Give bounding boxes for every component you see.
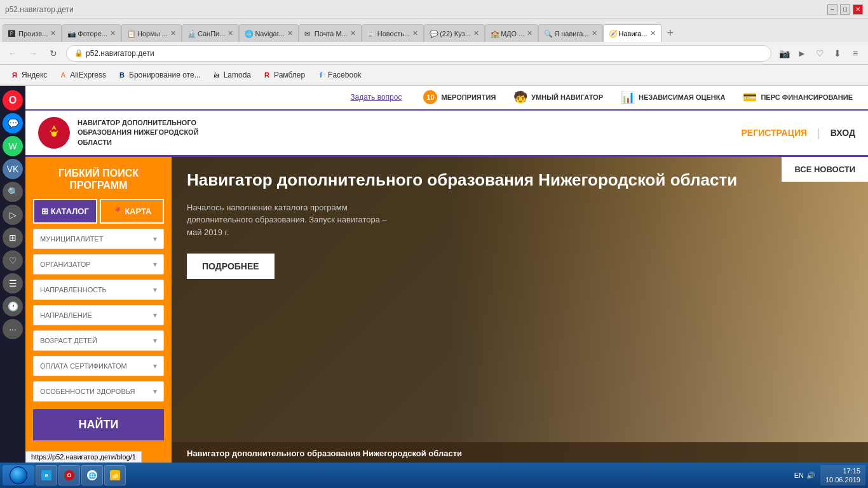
sidebar-icon-messenger[interactable]: 💬 (3, 113, 23, 133)
filter-direction-type-label: НАПРАВЛЕННОСТЬ (40, 286, 107, 294)
tab-close-6[interactable]: ✕ (350, 29, 356, 37)
taskbar-right: EN 🔊 17:15 10.06.2019 (794, 465, 865, 486)
new-tab-button[interactable]: + (661, 24, 679, 42)
tab-label-11: Навига... (619, 30, 648, 37)
tab-1[interactable]: 🅿 Произв... ✕ (3, 24, 62, 42)
bookmark-aliexpress[interactable]: A AliExpress (53, 69, 111, 81)
sidebar-icon-send[interactable]: ▷ (3, 205, 23, 225)
sidebar-icon-whatsapp[interactable]: W (3, 136, 23, 156)
hero-more-button[interactable]: ПОДРОБНЕЕ (187, 254, 275, 279)
tab-2[interactable]: 📷 Фоторе... ✕ (62, 24, 121, 42)
map-pin-icon: 📍 (112, 207, 125, 216)
download-icon[interactable]: ⬇ (830, 46, 845, 61)
tab-11[interactable]: 🧭 Навига... ✕ (603, 24, 661, 42)
filter-direction-type[interactable]: НАПРАВЛЕННОСТЬ ▾ (33, 280, 164, 300)
nav-item-events[interactable]: 10 МЕРОПРИЯТИЯ (421, 85, 498, 109)
tab-close-5[interactable]: ✕ (287, 29, 293, 37)
maximize-button[interactable]: □ (840, 4, 850, 15)
bookmark-booking[interactable]: B Бронирование оте... (112, 69, 206, 81)
volume-icon[interactable]: 🔊 (806, 471, 815, 480)
ask-question-link[interactable]: Задать вопрос (350, 93, 408, 102)
tab-close-3[interactable]: ✕ (170, 29, 176, 37)
close-button[interactable]: ✕ (853, 4, 863, 15)
sidebar-icon-grid[interactable]: ⊞ (3, 227, 23, 248)
catalog-btn-label: КАТАЛОГ (51, 207, 89, 216)
tab-label-4: СанПи... (198, 30, 225, 37)
taskbar-app-chrome[interactable]: 🌐 (81, 465, 103, 485)
forward-button[interactable]: → (25, 46, 41, 61)
sidebar-icon-clock[interactable]: 🕐 (3, 296, 23, 316)
tab-6[interactable]: ✉ Почта М... ✕ (299, 24, 362, 42)
start-button[interactable] (3, 465, 34, 485)
filter-certificate[interactable]: ОПЛАТА СЕРТИФИКАТОМ ▾ (33, 356, 164, 376)
nav-item-smart[interactable]: 🧒 УМНЫЙ НАВИГАТОР (511, 85, 606, 109)
back-button[interactable]: ← (5, 46, 20, 61)
find-button[interactable]: НАЙТИ (33, 409, 164, 440)
sidebar-icon-vk[interactable]: VK (3, 159, 23, 179)
bookmark-yandex[interactable]: Я Яндекс (5, 69, 52, 81)
bookmark-lamoda[interactable]: la Lamoda (207, 69, 256, 81)
lang-indicator: EN (794, 471, 804, 479)
health-arrow-icon: ▾ (153, 387, 157, 396)
bookmark-facebook[interactable]: f Facebook (311, 69, 367, 81)
filter-health[interactable]: ОСОБЕННОСТИ ЗДОРОВЬЯ ▾ (33, 381, 164, 402)
events-number: 10 (423, 90, 437, 104)
url-bar[interactable]: 🔒 p52.навигатор.дети (66, 45, 771, 62)
opera-sidebar-opera[interactable]: O (3, 90, 23, 111)
bookmark-facebook-label: Facebook (328, 71, 362, 79)
tab-close-8[interactable]: ✕ (473, 29, 479, 37)
filter-age[interactable]: ВОЗРАСТ ДЕТЕЙ ▾ (33, 330, 164, 351)
taskbar-app-opera[interactable]: O (58, 465, 80, 485)
tab-label-8: (22) Куз... (440, 30, 471, 37)
bookmark-booking-label: Бронирование оте... (129, 71, 201, 79)
taskbar-app-ie[interactable]: e (36, 465, 57, 485)
tab-close-10[interactable]: ✕ (592, 29, 597, 37)
filter-municipality[interactable]: МУНИЦИПАЛИТЕТ ▾ (33, 229, 164, 249)
tab-4[interactable]: 🔬 СанПи... ✕ (182, 24, 239, 42)
taskbar-app-explorer[interactable]: 📁 (104, 465, 126, 485)
tab-7[interactable]: 📰 Новость... ✕ (362, 24, 424, 42)
chrome-icon: 🌐 (87, 470, 97, 480)
nav-item-assessment[interactable]: 📊 НЕЗАВИСИМАЯ ОЦЕНКА (618, 85, 728, 109)
tab-close-9[interactable]: ✕ (527, 29, 532, 37)
heart-icon[interactable]: ♡ (812, 46, 827, 61)
bookmark-rambler[interactable]: R Рамблер (257, 69, 310, 81)
camera-icon[interactable]: 📷 (776, 46, 792, 61)
minimize-button[interactable]: − (827, 4, 837, 15)
tab-close-4[interactable]: ✕ (227, 29, 233, 37)
filter-organizer[interactable]: ОРГАНИЗАТОР ▾ (33, 254, 164, 274)
tab-close-1[interactable]: ✕ (50, 29, 56, 37)
tab-3[interactable]: 📋 Нормы ... ✕ (121, 24, 182, 42)
nav-item-finance[interactable]: 💳 ПЕРС ФИНАНСИРОВАНИЕ (740, 85, 855, 109)
sidebar-icon-search[interactable]: 🔍 (3, 182, 23, 202)
registration-link[interactable]: РЕГИСТРАЦИЯ (742, 128, 808, 138)
login-link[interactable]: ВХОД (831, 128, 855, 138)
tab-favicon-4: 🔬 (187, 30, 195, 37)
secure-icon: 🔒 (74, 49, 83, 57)
map-view-button[interactable]: 📍 КАРТА (100, 199, 164, 224)
tab-8[interactable]: 💬 (22) Куз... ✕ (424, 24, 485, 42)
sidebar-icon-list[interactable]: ☰ (3, 273, 23, 294)
filter-direction[interactable]: НАПРАВЛЕНИЕ ▾ (33, 305, 164, 325)
tab-5[interactable]: 🌐 Navigat... ✕ (239, 24, 298, 42)
tab-10[interactable]: 🔍 Я навига... ✕ (538, 24, 602, 42)
sidebar-icon-dots[interactable]: ··· (3, 319, 23, 339)
tab-close-11[interactable]: ✕ (650, 29, 656, 37)
tab-close-2[interactable]: ✕ (110, 29, 116, 37)
tab-favicon-10: 🔍 (544, 30, 552, 37)
tab-close-7[interactable]: ✕ (412, 29, 418, 37)
auth-divider: | (817, 126, 820, 140)
assessment-icon: 📊 (621, 90, 635, 104)
address-bar: ← → ↻ 🔒 p52.навигатор.дети 📷 ► ♡ ⬇ ≡ (0, 42, 868, 65)
site-logo[interactable]: НАВИГАТОР ДОПОЛНИТЕЛЬНОГО ОБРАЗОВАНИЯ НИ… (38, 117, 205, 149)
sidebar-icon-heart[interactable]: ♡ (3, 250, 23, 271)
all-news-button[interactable]: ВСЕ НОВОСТИ (782, 157, 868, 182)
tab-label-6: Почта М... (315, 30, 348, 37)
menu-icon[interactable]: ≡ (848, 46, 863, 61)
start-orb-icon (10, 466, 27, 484)
refresh-button[interactable]: ↻ (46, 46, 61, 61)
send-icon[interactable]: ► (794, 46, 810, 61)
tab-9[interactable]: 🏫 МДО ... ✕ (485, 24, 538, 42)
filter-age-label: ВОЗРАСТ ДЕТЕЙ (40, 337, 97, 344)
catalog-view-button[interactable]: ⊞ КАТАЛОГ (33, 199, 97, 224)
